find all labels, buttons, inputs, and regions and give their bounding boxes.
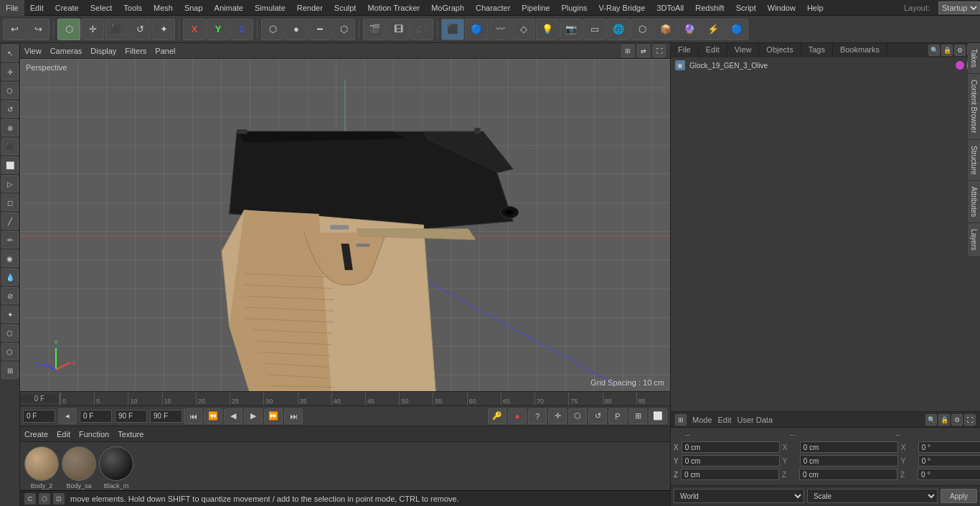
menu-tools[interactable]: Tools (118, 0, 148, 16)
tool-16[interactable]: ⬡ (1, 343, 19, 360)
keyframe-button[interactable]: 🔑 (488, 408, 507, 424)
viewport-panel-menu[interactable]: Panel (155, 47, 175, 55)
side-label-structure[interactable]: Structure (968, 140, 980, 182)
rot-key-button[interactable]: ↺ (588, 408, 607, 424)
menu-simulate[interactable]: Simulate (249, 0, 291, 16)
sky-button[interactable]: 🌐 (607, 19, 630, 40)
side-label-attributes[interactable]: Attributes (968, 181, 980, 223)
floor-button[interactable]: ▭ (583, 19, 606, 40)
material-create[interactable]: Create (24, 430, 48, 439)
viewport-view-menu[interactable]: View (24, 47, 42, 55)
mograph-key-button[interactable]: ⬜ (649, 408, 667, 424)
menu-mograph[interactable]: MoGraph (425, 0, 470, 16)
play-back-button[interactable]: ◀ (224, 408, 242, 424)
material-item-bodysa[interactable]: Body_sa (62, 446, 96, 489)
coord-x2-input[interactable] (800, 441, 898, 453)
world-dropdown[interactable]: World (674, 489, 804, 503)
frame-step-left[interactable]: ◂ (58, 408, 77, 424)
coord-x3-input[interactable] (918, 441, 980, 453)
y-axis-button[interactable]: Y (207, 19, 230, 40)
menu-motion-tracker[interactable]: Motion Tracker (362, 0, 425, 16)
menu-character[interactable]: Character (470, 0, 516, 16)
material-function[interactable]: Function (79, 430, 109, 439)
transform-tool-button[interactable]: ✦ (152, 19, 175, 40)
object-button[interactable]: 📦 (654, 19, 677, 40)
camera-button[interactable]: 📷 (560, 19, 583, 40)
menu-snap[interactable]: Snap (179, 0, 209, 16)
tool-9[interactable]: ╱ (1, 212, 19, 230)
attr-userdata-label[interactable]: User Data (738, 416, 773, 424)
coord-z1-input[interactable] (681, 469, 779, 480)
attr-settings-icon[interactable]: ⚙ (951, 414, 963, 426)
render-pic-button[interactable]: 🎞 (387, 19, 410, 40)
coord-y2-input[interactable] (800, 455, 898, 467)
param-key-button[interactable]: P (608, 408, 627, 424)
tab-tags[interactable]: Tags (801, 43, 833, 57)
spline-button[interactable]: 〰 (489, 19, 512, 40)
tool-10[interactable]: ✏ (1, 231, 19, 248)
z-axis-button[interactable]: Z (230, 19, 253, 40)
apply-button[interactable]: Apply (941, 489, 977, 503)
tool-17[interactable]: ⊞ (1, 362, 19, 379)
status-icon-3[interactable]: ⊡ (53, 493, 65, 505)
play-button[interactable]: ▶ (244, 408, 263, 424)
timeline-ruler[interactable]: 051015202530354045505560657075808590 (60, 392, 670, 406)
viewport-cameras-menu[interactable]: Cameras (50, 47, 83, 55)
viewport-maximize[interactable]: ⊞ (621, 44, 634, 57)
tool-4[interactable]: ⊕ (1, 119, 19, 136)
tool-8[interactable]: ◻ (1, 194, 19, 211)
menu-select[interactable]: Select (85, 0, 118, 16)
redo-button[interactable]: ↪ (27, 19, 50, 40)
undo-button[interactable]: ↩ (3, 19, 26, 40)
object-mode-button[interactable]: ⬡ (261, 19, 284, 40)
cube-button[interactable]: ⬛ (441, 19, 464, 40)
viewport-swap[interactable]: ⇄ (637, 44, 650, 57)
move-tool-button[interactable]: ✛ (81, 19, 104, 40)
auto-key-button[interactable]: ? (528, 408, 547, 424)
tab-bookmarks[interactable]: Bookmarks (833, 43, 887, 57)
attr-expand-icon[interactable]: ⛶ (964, 414, 976, 426)
render-view-button[interactable]: 🎬 (363, 19, 386, 40)
scale-key-button[interactable]: ⬡ (568, 408, 587, 424)
viewport-filters-menu[interactable]: Filters (125, 47, 146, 55)
menu-plugins[interactable]: Plugins (555, 0, 593, 16)
material-texture[interactable]: Texture (118, 430, 143, 439)
settings-icon[interactable]: ⚙ (954, 44, 966, 56)
menu-animate[interactable]: Animate (209, 0, 249, 16)
tool-5[interactable]: ⬛ (1, 138, 19, 155)
coord-z2-input[interactable] (799, 469, 897, 480)
attr-mode-label[interactable]: Mode (692, 416, 712, 424)
layout-dropdown[interactable]: Startup (938, 1, 980, 14)
tool-15[interactable]: ⬡ (1, 324, 19, 342)
menu-script[interactable]: Script (730, 0, 762, 16)
status-icon-2[interactable]: ⬡ (39, 493, 50, 505)
menu-create[interactable]: Create (50, 0, 85, 16)
tab-edit[interactable]: Edit (699, 43, 727, 57)
scale-tool-button[interactable]: ⬛ (105, 19, 128, 40)
attr-lock-icon[interactable]: 🔒 (938, 414, 950, 426)
edge-mode-button[interactable]: ━ (308, 19, 331, 40)
tool-move[interactable]: ↖ (1, 44, 19, 62)
step-forward-button[interactable]: ⏩ (264, 408, 283, 424)
menu-sculpt[interactable]: Sculpt (329, 0, 362, 16)
attr-edit-label[interactable]: Edit (718, 416, 732, 424)
side-label-content-browser[interactable]: Content Browser (968, 74, 980, 139)
step-back-button[interactable]: ⏪ (204, 408, 222, 424)
light-button[interactable]: 💡 (536, 19, 559, 40)
attr-search-icon[interactable]: 🔍 (925, 414, 937, 426)
menu-edit[interactable]: Edit (24, 0, 50, 16)
tab-file[interactable]: File (671, 43, 699, 57)
side-label-layers[interactable]: Layers (968, 223, 980, 257)
xpresso-button[interactable]: 🔵 (725, 19, 748, 40)
menu-help[interactable]: Help (801, 0, 829, 16)
current-frame-input[interactable] (23, 410, 55, 423)
side-label-takes[interactable]: Takes (968, 43, 980, 74)
tool-3[interactable]: ↺ (1, 100, 19, 118)
material-item-blackm[interactable]: Black_m (99, 446, 133, 489)
menu-redshift[interactable]: Redshift (689, 0, 730, 16)
menu-vray[interactable]: V-Ray Bridge (593, 0, 651, 16)
tool-11[interactable]: ◉ (1, 250, 19, 267)
tool-12[interactable]: 💧 (1, 268, 19, 286)
viewport-display-menu[interactable]: Display (90, 47, 116, 55)
tab-objects[interactable]: Objects (759, 43, 801, 57)
